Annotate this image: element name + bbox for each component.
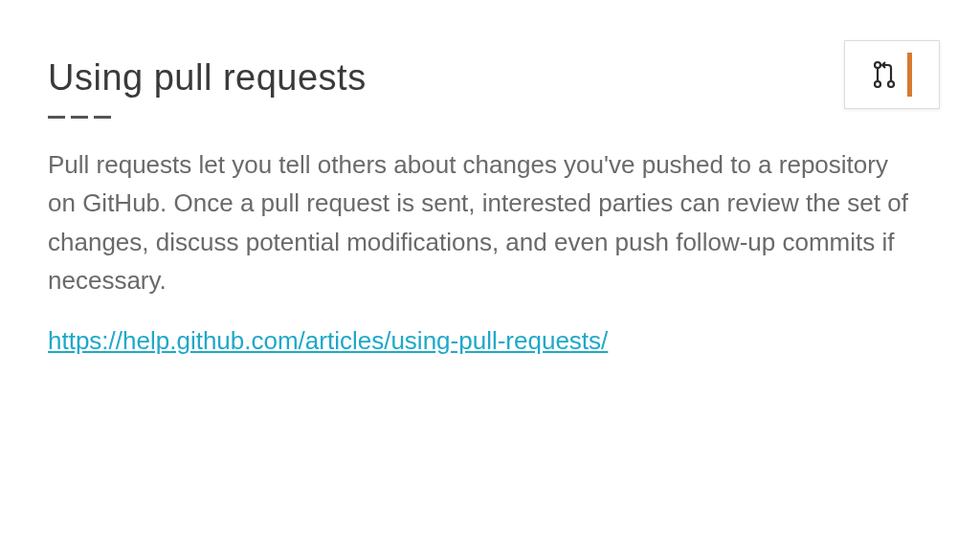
slide-title: Using pull requests (48, 57, 932, 99)
reference-link[interactable]: https://help.github.com/articles/using-p… (48, 326, 608, 355)
svg-point-1 (875, 81, 880, 87)
svg-point-0 (875, 62, 880, 68)
title-divider (48, 116, 932, 119)
accent-bar (907, 53, 912, 97)
icon-card (844, 40, 940, 109)
dash-segment (48, 116, 65, 119)
pull-request-icon (873, 60, 896, 89)
dash-segment (71, 116, 88, 119)
svg-point-2 (888, 81, 894, 87)
body-paragraph: Pull requests let you tell others about … (48, 145, 909, 299)
dash-segment (94, 116, 111, 119)
